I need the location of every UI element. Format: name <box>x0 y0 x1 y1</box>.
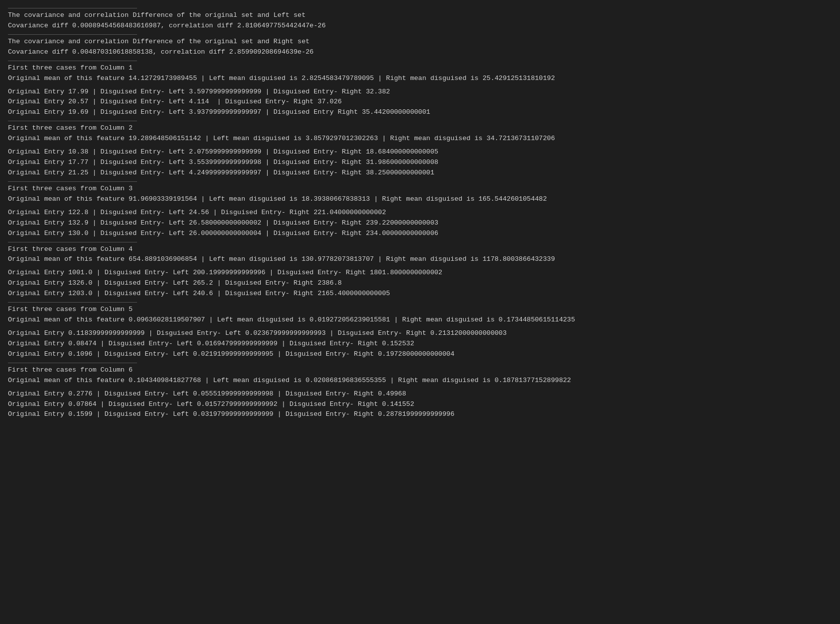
section-divider <box>8 242 137 242</box>
output-line: Original mean of this feature 19.2896485… <box>8 134 832 144</box>
section-divider <box>8 363 137 363</box>
output-line: Original Entry 0.1096 | Disguised Entry-… <box>8 349 832 360</box>
output-line: Original mean of this feature 14.1272917… <box>8 74 832 84</box>
output-line: Original Entry 132.9 | Disguised Entry- … <box>8 218 832 229</box>
output-line: Original Entry 122.8 | Disguised Entry- … <box>8 208 832 218</box>
terminal-output: The covariance and correlation Differenc… <box>8 8 832 420</box>
output-line: First three cases from Column 4 <box>8 244 832 255</box>
output-line: First three cases from Column 5 <box>8 305 832 315</box>
output-line: The covariance and correlation Differenc… <box>8 37 832 47</box>
output-line: Original Entry 10.38 | Disguised Entry- … <box>8 147 832 157</box>
section-divider <box>8 34 137 35</box>
section-divider <box>8 121 137 121</box>
output-line: Original Entry 17.99 | Disguised Entry- … <box>8 87 832 97</box>
output-line: Original Entry 17.77 | Disguised Entry- … <box>8 157 832 168</box>
section-divider <box>8 181 137 182</box>
output-line: Original Entry 0.08474 | Disguised Entry… <box>8 339 832 349</box>
output-line: The covariance and correlation Differenc… <box>8 10 832 21</box>
output-line: Original Entry 1326.0 | Disguised Entry-… <box>8 278 832 289</box>
output-line: First three cases from Column 2 <box>8 123 832 134</box>
output-line: Original Entry 0.1599 | Disguised Entry-… <box>8 409 832 420</box>
output-line: Original Entry 1203.0 | Disguised Entry-… <box>8 289 832 299</box>
output-line: Original mean of this feature 654.889103… <box>8 254 832 265</box>
output-line: Original Entry 19.69 | Disguised Entry- … <box>8 107 832 118</box>
section-divider <box>8 8 137 8</box>
output-line: Original Entry 0.2776 | Disguised Entry-… <box>8 389 832 399</box>
section-divider <box>8 302 137 303</box>
output-line: Original mean of this feature 0.10434098… <box>8 376 832 386</box>
output-line: Original Entry 20.57 | Disguised Entry- … <box>8 97 832 107</box>
section-divider <box>8 61 137 61</box>
output-line: First three cases from Column 3 <box>8 184 832 194</box>
output-line: Original Entry 21.25 | Disguised Entry- … <box>8 168 832 178</box>
output-line: Covariance diff 0.00089454568483616987, … <box>8 21 832 31</box>
output-line: First three cases from Column 1 <box>8 63 832 74</box>
output-line: Covariance diff 0.004870310618858138, co… <box>8 47 832 58</box>
output-line: Original Entry 0.07864 | Disguised Entry… <box>8 399 832 410</box>
output-line: Original mean of this feature 91.9690333… <box>8 194 832 205</box>
output-line: Original mean of this feature 0.09636028… <box>8 315 832 325</box>
output-line: First three cases from Column 6 <box>8 365 832 376</box>
output-line: Original Entry 0.11839999999999999 | Dis… <box>8 328 832 339</box>
output-line: Original Entry 1001.0 | Disguised Entry-… <box>8 268 832 278</box>
output-line: Original Entry 130.0 | Disguised Entry- … <box>8 229 832 239</box>
